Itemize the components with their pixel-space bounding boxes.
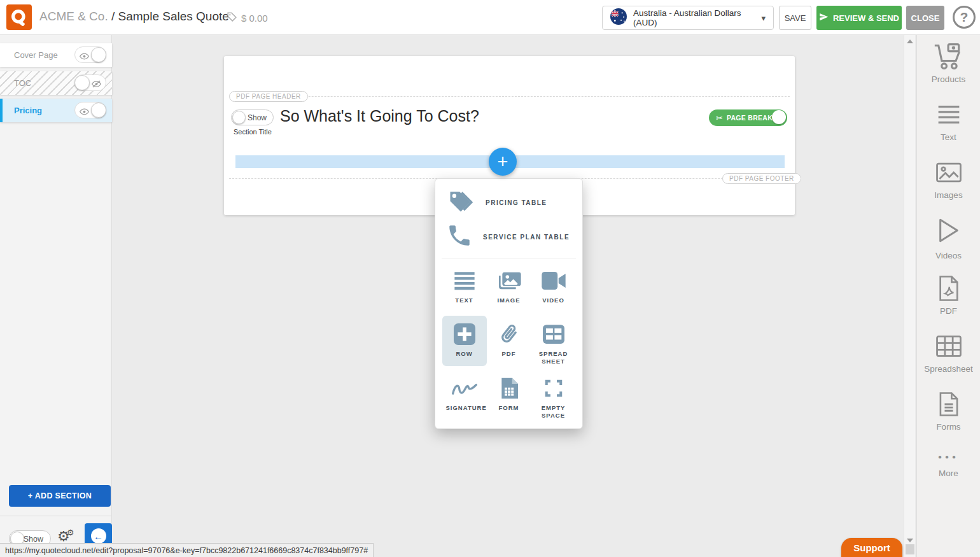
breadcrumb: ACME & Co. / Sample Sales Quote: [39, 10, 229, 24]
toolbox-item-label: Videos: [935, 251, 962, 260]
currency-selector[interactable]: Australia - Australian Dollars (AUD) ▾: [602, 6, 774, 30]
section-title-caption: Section Title: [234, 128, 272, 136]
pdf-header-divider: [229, 96, 790, 97]
image-icon: [936, 157, 962, 188]
spreadsheet-icon: [543, 321, 564, 348]
toolbox-item-pdf[interactable]: PDF: [917, 273, 980, 331]
toolbox-item-videos[interactable]: Videos: [917, 215, 980, 273]
grid-icon: [936, 331, 962, 362]
breadcrumb-separator: /: [111, 10, 115, 23]
video-camera-icon: [542, 267, 566, 294]
menu-item-service-plan-table[interactable]: SERVICE PLAN TABLE: [435, 220, 582, 254]
pricing-visibility-toggle[interactable]: [74, 102, 106, 118]
quotecloud-logo-icon[interactable]: [6, 4, 32, 30]
toolbox-item-more[interactable]: ●●● More: [917, 447, 980, 505]
menu-item-video[interactable]: VIDEO: [531, 262, 576, 312]
vertical-scrollbar[interactable]: [904, 35, 915, 557]
toolbox-item-label: Spreadsheet: [924, 364, 973, 374]
pdf-page-header-pill[interactable]: PDF PAGE HEADER: [229, 91, 308, 102]
breadcrumb-document-title[interactable]: Sample Sales Quote: [118, 10, 229, 23]
toggle-knob: [91, 102, 106, 118]
save-button[interactable]: SAVE: [779, 6, 811, 30]
menu-item-label: SPREAD SHEET: [535, 350, 572, 366]
insert-content-menu: PRICING TABLE SERVICE PLAN TABLE TEXT: [435, 178, 583, 429]
toggle-knob: [232, 111, 246, 124]
scissors-icon: ✂: [716, 113, 723, 123]
insert-menu-grid: TEXT IMAGE VIDEO ROW: [435, 262, 582, 420]
menu-item-image[interactable]: IMAGE: [487, 262, 531, 312]
menu-item-label: TEXT: [455, 297, 473, 304]
add-section-button[interactable]: + ADD SECTION: [9, 485, 111, 507]
image-icon: [496, 267, 522, 294]
signature-squiggle-icon: [451, 375, 479, 402]
help-button[interactable]: ?: [953, 6, 976, 29]
sections-sidebar: Cover Page TOC Pricing + ADD SECTION: [0, 35, 112, 557]
more-dots-icon: ●●●: [938, 447, 959, 466]
sidebar-item-cover-page[interactable]: Cover Page: [0, 43, 112, 67]
menu-item-label: EMPTY SPACE: [535, 404, 572, 420]
menu-item-pricing-table[interactable]: PRICING TABLE: [435, 185, 582, 220]
tags-icon: [446, 187, 475, 218]
paperclip-icon: [498, 321, 520, 348]
toolbox-item-label: Products: [932, 74, 965, 84]
section-title-show-toggle[interactable]: Show: [231, 109, 274, 125]
section-title-text[interactable]: So What's It Going To Cost?: [280, 107, 479, 125]
close-button[interactable]: CLOSE: [906, 6, 944, 30]
play-icon: [938, 215, 960, 246]
menu-item-text[interactable]: TEXT: [442, 262, 487, 312]
toolbox-item-spreadsheet[interactable]: Spreadsheet: [917, 331, 980, 389]
support-button[interactable]: Support: [841, 538, 902, 557]
form-document-icon: [500, 375, 518, 402]
toolbox-item-label: Forms: [936, 422, 960, 432]
chevron-down-icon: ▾: [761, 13, 766, 23]
toolbox-item-label: More: [939, 469, 958, 478]
menu-item-row[interactable]: ROW: [442, 316, 487, 366]
menu-item-label: PRICING TABLE: [486, 199, 547, 206]
menu-divider: [442, 258, 576, 258]
review-and-send-button[interactable]: REVIEW & SEND: [816, 6, 902, 30]
toolbox-item-products[interactable]: Products: [917, 41, 980, 99]
shopping-cart-icon: [934, 41, 964, 72]
menu-item-pdf[interactable]: PDF: [487, 316, 531, 366]
price-tag-icon: [227, 11, 237, 25]
toolbox-item-text[interactable]: Text: [917, 99, 980, 157]
toc-visibility-toggle[interactable]: [74, 74, 106, 91]
content-toolbox-sidebar: Products Text Images Videos: [916, 35, 980, 557]
eye-off-icon: [92, 79, 101, 90]
scroll-up-icon[interactable]: [907, 39, 913, 43]
empty-space-brackets-icon: [543, 375, 564, 402]
menu-item-form[interactable]: FORM: [487, 370, 531, 420]
back-arrow-icon: ←: [91, 528, 106, 544]
section-label: Cover Page: [14, 50, 58, 60]
row-plus-icon: [454, 321, 475, 348]
menu-item-label: IMAGE: [497, 297, 520, 304]
section-label: Pricing: [14, 106, 42, 115]
toolbox-item-images[interactable]: Images: [917, 157, 980, 215]
add-content-plus-button[interactable]: +: [489, 148, 517, 176]
menu-item-spreadsheet[interactable]: SPREAD SHEET: [531, 316, 576, 366]
menu-item-label: PDF: [502, 350, 516, 358]
page-break-label: PAGE BREAK: [727, 114, 773, 122]
menu-item-signature[interactable]: SIGNATURE: [442, 370, 487, 420]
toolbox-item-forms[interactable]: Forms: [917, 389, 980, 447]
toolbox-item-label: Text: [941, 132, 956, 142]
australia-flag-icon: [610, 8, 627, 27]
scrollbar-thumb[interactable]: [906, 544, 914, 554]
scroll-down-icon[interactable]: [907, 539, 913, 542]
menu-item-label: SIGNATURE: [446, 404, 483, 412]
menu-item-empty-space[interactable]: EMPTY SPACE: [531, 370, 576, 420]
status-url: https://my.quotecloud.net/edit?proposal=…: [5, 546, 368, 555]
sidebar-item-toc[interactable]: TOC: [0, 71, 112, 95]
cover-page-visibility-toggle[interactable]: [74, 46, 106, 63]
paper-plane-icon: [819, 12, 829, 24]
pdf-document-icon: [938, 273, 960, 304]
sidebar-item-pricing[interactable]: Pricing: [0, 99, 112, 122]
eye-icon: [80, 51, 89, 62]
breadcrumb-company[interactable]: ACME & Co.: [39, 10, 108, 23]
page-break-toggle[interactable]: ✂ PAGE BREAK: [709, 109, 787, 126]
pdf-page-footer-pill[interactable]: PDF PAGE FOOTER: [722, 173, 801, 184]
menu-item-label: ROW: [456, 350, 472, 358]
toolbox-item-label: PDF: [940, 306, 957, 316]
text-lines-icon: [937, 99, 960, 130]
currency-selector-value: Australia - Australian Dollars (AUD): [633, 8, 755, 27]
